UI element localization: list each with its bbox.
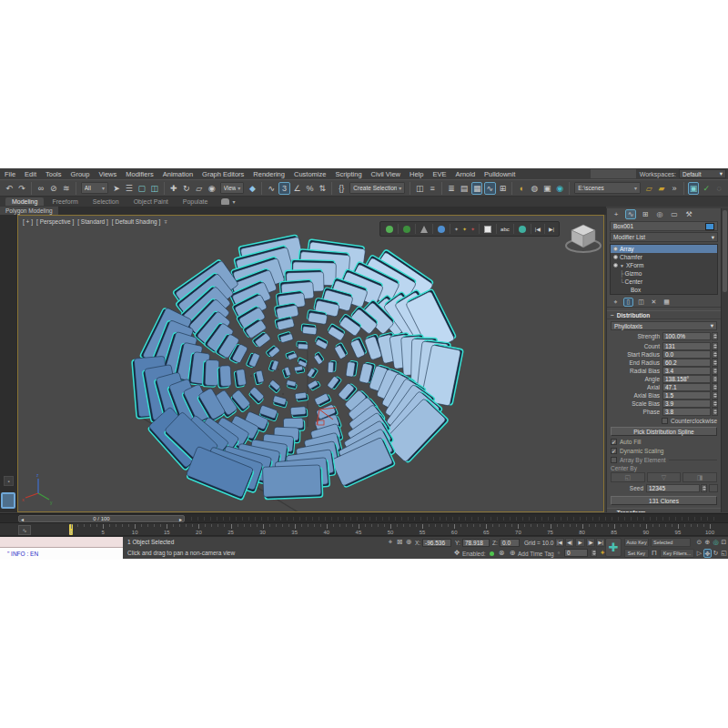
select-move-icon[interactable]: ✚ — [168, 182, 179, 195]
param-field[interactable]: 3.9 — [662, 399, 711, 408]
align-icon[interactable]: ≡ — [427, 182, 438, 195]
pan-icon[interactable]: ✥ — [703, 549, 712, 558]
menu-group[interactable]: Group — [66, 170, 95, 178]
stack-item-chamfer[interactable]: Chamfer — [611, 253, 717, 261]
vp-green-pin-icon[interactable] — [403, 226, 410, 233]
go-to-start-button[interactable]: |◀ — [555, 538, 564, 547]
param-spinner[interactable] — [712, 350, 718, 359]
modify-tab[interactable]: ∿ — [625, 209, 636, 219]
listener-output[interactable]: " INFO : EN — [0, 548, 123, 560]
array-box[interactable] — [268, 379, 281, 393]
maxscript-mini-listener[interactable]: " INFO : EN — [0, 537, 123, 560]
undo-icon[interactable]: ↶ — [4, 182, 15, 195]
ribbon-tab-freeform[interactable]: Freeform — [46, 197, 84, 206]
array-box[interactable] — [297, 341, 308, 349]
snap-toggle-3d-icon[interactable]: 3 — [278, 182, 289, 195]
array-box[interactable] — [203, 359, 219, 387]
named-selection-dropdown[interactable]: Create Selection Se▾ — [349, 182, 405, 194]
param-field[interactable]: 60.2 — [662, 359, 711, 367]
percent-snap-icon[interactable]: % — [304, 182, 315, 195]
counterclockwise-checkbox[interactable] — [662, 418, 668, 424]
render-setup-icon[interactable]: ◍ — [529, 182, 540, 195]
array-box[interactable] — [286, 380, 298, 389]
current-frame-field[interactable]: 0 — [564, 549, 588, 557]
configure-modifier-sets-icon[interactable]: ▦ — [662, 298, 672, 307]
array-box[interactable] — [327, 375, 341, 390]
mirror-icon[interactable]: ◫ — [414, 182, 425, 195]
object-color-swatch[interactable] — [705, 223, 714, 230]
array-boxes[interactable] — [132, 235, 463, 500]
center-by-bbox-button[interactable]: ◱ — [611, 472, 645, 482]
param-field[interactable]: 3.8 — [662, 408, 711, 416]
stack-item-array[interactable]: Array — [611, 245, 717, 253]
modifier-enable-bulb-icon[interactable] — [613, 255, 618, 259]
slider-left-arrow[interactable]: ◂ — [21, 516, 24, 522]
array-box[interactable] — [294, 366, 305, 374]
time-slider-handle[interactable]: ◂ 0 / 100 ▸ — [18, 515, 185, 522]
menu-scripting[interactable]: Scripting — [330, 170, 366, 178]
utilities-tab[interactable]: ⚒ — [683, 209, 694, 219]
listener-macro-pane[interactable] — [0, 537, 123, 548]
array-box[interactable] — [246, 351, 260, 369]
menu-civil-view[interactable]: Civil View — [367, 170, 405, 178]
zoom-extents-icon[interactable]: ◎ — [712, 538, 720, 547]
track-bar[interactable]: ∿ 05101520253035404550556065707580859095… — [0, 522, 728, 536]
param-field[interactable]: 138.158° — [662, 375, 711, 383]
array-box[interactable] — [346, 360, 358, 378]
expand-caret-icon[interactable]: ▼ — [620, 263, 624, 268]
param-spinner[interactable] — [712, 408, 718, 416]
autobackup-icon[interactable]: ▣ — [688, 182, 699, 195]
play-button[interactable]: ▶ — [575, 538, 585, 547]
transform-rollout-header[interactable]: − Transform — [607, 508, 721, 512]
y-coordinate-field[interactable]: 78.918 — [462, 539, 490, 547]
ribbon-tab-selection[interactable]: Selection — [86, 197, 126, 206]
array-box[interactable] — [217, 366, 231, 389]
array-box[interactable] — [234, 369, 247, 387]
transform-gizmo-cross-icon[interactable]: ✚ — [605, 538, 622, 557]
param-spinner[interactable] — [712, 375, 718, 383]
use-pivot-center-icon[interactable]: ◆ — [247, 182, 258, 195]
clones-count-button[interactable]: 131 Clones — [611, 496, 717, 505]
param-spinner[interactable] — [712, 399, 718, 408]
select-by-name-icon[interactable]: ☰ — [124, 182, 135, 195]
array-box[interactable] — [308, 379, 321, 391]
array-box[interactable] — [314, 337, 329, 350]
select-and-link-icon[interactable]: ∞ — [35, 182, 46, 195]
viewport-layout-tab[interactable] — [1, 492, 15, 509]
viewport-view-label[interactable]: [ Perspective ] — [36, 218, 74, 225]
array-box[interactable] — [282, 367, 291, 379]
save-folder-icon[interactable]: ▱ — [643, 182, 654, 195]
stack-item-center[interactable]: └Center — [611, 278, 717, 286]
project-folder-dropdown[interactable]: E:\scenes▾ — [574, 182, 641, 194]
schematic-view-icon[interactable]: ⊞ — [498, 182, 509, 195]
strength-spinner[interactable] — [712, 332, 718, 340]
time-slider-track[interactable]: ◂ 0 / 100 ▸ — [0, 513, 728, 522]
render-production-icon[interactable]: ◉ — [554, 182, 565, 195]
menu-views[interactable]: Views — [94, 170, 121, 178]
vp-cone-icon[interactable] — [420, 226, 428, 233]
import-folder-icon[interactable]: ▰ — [656, 182, 667, 195]
chevron-down-icon[interactable]: ▾ — [232, 198, 235, 205]
stack-item-box[interactable]: Box — [611, 286, 717, 294]
menu-customize[interactable]: Customize — [289, 170, 330, 178]
isolate-selection-icon[interactable]: ⌖ — [386, 538, 395, 547]
field-of-view-icon[interactable]: ▷ — [695, 549, 703, 558]
scene-health-icon[interactable]: ◌ — [713, 182, 724, 195]
select-object-icon[interactable]: ➤ — [111, 182, 122, 195]
strength-field[interactable]: 100.0% — [662, 332, 711, 340]
menu-modifiers[interactable]: Modifiers — [121, 170, 157, 178]
array-box[interactable] — [254, 370, 265, 385]
seed-field[interactable]: 12345 — [646, 484, 700, 492]
stack-item-xform[interactable]: ▼XForm — [611, 261, 717, 269]
spinner-snap-icon[interactable]: ⇅ — [317, 182, 328, 195]
pick-distribution-spline-button[interactable]: Pick Distribution Spline — [611, 427, 717, 436]
auto-fill-checkbox[interactable]: ✓ — [611, 439, 617, 445]
distribution-type-dropdown[interactable]: Phyllotaxis ▾ — [611, 321, 717, 330]
material-editor-icon[interactable]: ◐ — [516, 182, 527, 195]
orbit-icon[interactable]: ↻ — [712, 549, 720, 558]
show-end-result-icon[interactable]: ▯ — [623, 298, 633, 307]
key-mode-toggle-icon[interactable]: ◦ — [555, 549, 562, 558]
menu-help[interactable]: Help — [405, 170, 428, 178]
zoom-all-icon[interactable]: ⊕ — [703, 538, 712, 547]
viewport-style-label[interactable]: [ Standard ] — [77, 218, 108, 225]
